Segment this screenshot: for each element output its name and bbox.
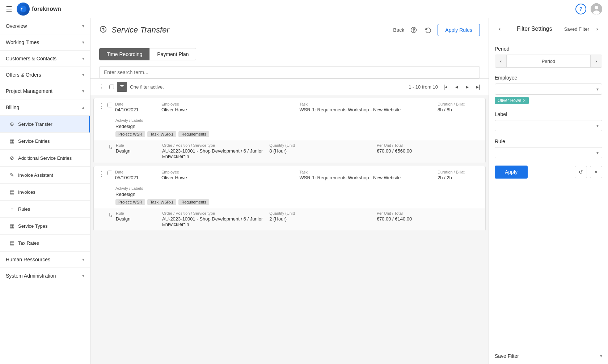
page-header: Service Transfer Back ? Apply Rules: [90, 18, 489, 42]
label-section: Label: [495, 111, 602, 131]
chevron-down-icon: ▾: [82, 257, 84, 262]
first-page-button[interactable]: |◂: [441, 82, 450, 91]
reset-button[interactable]: ↺: [575, 166, 587, 178]
sidebar-item-service-transfer[interactable]: ⊕ Service Transfer: [0, 116, 90, 133]
topbar: ☰ f foreknown ?: [0, 0, 608, 18]
chevron-down-icon: ▾: [82, 273, 84, 278]
clear-button[interactable]: ×: [590, 166, 602, 178]
sidebar-item-invoices[interactable]: ▤ Invoices: [0, 184, 90, 201]
svg-point-3: [595, 6, 598, 9]
svg-point-4: [593, 10, 600, 15]
employee-select[interactable]: [495, 83, 602, 95]
tab-payment-plan[interactable]: Payment Plan: [149, 48, 196, 60]
rule-fields: Rule Design Order / Position / Service t…: [116, 211, 481, 227]
rule-select-wrapper: [495, 147, 602, 158]
tab-time-recording[interactable]: Time Recording: [99, 48, 150, 60]
logo-icon: f: [17, 3, 30, 16]
app-logo: f foreknown: [17, 3, 61, 16]
rules-label: Rules: [18, 206, 30, 212]
prev-page-button[interactable]: ◂: [452, 82, 461, 91]
task-field: Task WSR-1: Requirements Workshop - New …: [300, 170, 435, 180]
sidebar-item-project-mgmt[interactable]: Project Management ▾: [0, 83, 90, 99]
record-checkbox[interactable]: [107, 103, 112, 107]
saved-filters-link[interactable]: Saved Filter: [564, 26, 589, 32]
apply-rules-button[interactable]: Apply Rules: [438, 24, 480, 36]
panel-header: ‹ Filter Settings Saved Filter ›: [489, 18, 608, 40]
label-select[interactable]: [495, 120, 602, 131]
customers-label: Customers & Contacts: [6, 56, 56, 61]
back-button[interactable]: Back: [393, 27, 404, 33]
refresh-button[interactable]: [423, 25, 433, 35]
last-page-button[interactable]: ▸|: [473, 82, 483, 91]
qty-field: Quantity (Unit) 8 (Hour): [269, 143, 373, 159]
period-prev-button[interactable]: ‹: [495, 55, 507, 67]
help-button[interactable]: ?: [575, 4, 586, 14]
row-more-button[interactable]: ⋮: [98, 171, 105, 177]
record-main-row: ⋮ Date 05/10/2021 Employee Oliver Howe: [94, 166, 485, 184]
order-field: Order / Position / Service type AU-2023-…: [162, 143, 266, 159]
record-fields: Date 05/10/2021 Employee Oliver Howe Tas…: [115, 170, 481, 180]
sidebar-item-additional-entries[interactable]: ⊘ Additional Service Entries: [0, 150, 90, 167]
selected-employee-name: Oliver Howe: [498, 98, 521, 103]
app-name: foreknown: [32, 6, 61, 12]
record-main-row: ⋮ Date 04/10/2021 Employee Oliver Howe: [94, 98, 485, 116]
pagination-buttons: |◂ ◂ ▸ ▸|: [441, 82, 483, 91]
help-icon-button[interactable]: ?: [409, 25, 419, 35]
qty-field: Quantity (Unit) 2 (Hour): [269, 211, 373, 227]
search-input[interactable]: [99, 66, 480, 78]
chevron-down-icon: ▾: [82, 89, 84, 94]
table-toolbar: ⋮ One filter active. 1 - 10 from 10 |◂ ◂…: [90, 79, 489, 95]
sidebar-item-human-resources[interactable]: Human Ressources ▾: [0, 252, 90, 268]
sidebar-item-rules[interactable]: ≡ Rules: [0, 201, 90, 218]
sidebar-item-working-times[interactable]: Working Times ▾: [0, 34, 90, 51]
sidebar-item-service-types[interactable]: ▦ Service Types: [0, 218, 90, 235]
rule-select[interactable]: [495, 147, 602, 158]
avatar[interactable]: [591, 3, 602, 15]
svg-text:?: ?: [413, 28, 415, 32]
service-entries-icon: ▦: [9, 138, 15, 144]
invoice-assistant-icon: ✎: [9, 172, 15, 178]
hamburger-icon[interactable]: ☰: [6, 5, 12, 13]
service-entries-label: Service Entries: [18, 138, 50, 144]
arrow-icon: ↳: [108, 144, 113, 151]
remove-employee-tag[interactable]: ×: [523, 98, 525, 103]
panel-prev-button[interactable]: ‹: [495, 24, 505, 34]
content-area: Service Transfer Back ? Apply Rules Time…: [90, 18, 489, 364]
filter-panel: ‹ Filter Settings Saved Filter › Period …: [489, 18, 608, 364]
additional-entries-label: Additional Service Entries: [18, 155, 72, 161]
service-types-icon: ▦: [9, 223, 15, 229]
sidebar-item-tax-rates[interactable]: ▤ Tax Rates: [0, 235, 90, 252]
period-label: Period: [495, 46, 602, 52]
tag-task: Task: WSR-1: [147, 199, 176, 205]
duration-field: Duration / Billat 8h / 8h: [438, 102, 481, 112]
record-fields: Date 04/10/2021 Employee Oliver Howe Tas…: [115, 102, 481, 112]
employee-field: Employee Oliver Howe: [161, 102, 297, 112]
sidebar-item-customers[interactable]: Customers & Contacts ▾: [0, 51, 90, 67]
rule-row: ↳ Rule Design Order / Position / Service…: [94, 140, 485, 163]
save-filter-row[interactable]: Save Filter ▾: [489, 348, 608, 364]
service-transfer-icon: ⊕: [9, 121, 15, 127]
filter-button[interactable]: [117, 82, 127, 92]
period-next-button[interactable]: ›: [590, 55, 602, 67]
row-more-button[interactable]: ⋮: [98, 103, 105, 109]
offers-label: Offers & Orders: [6, 72, 41, 78]
employee-section: Employee Oliver Howe ×: [495, 75, 602, 104]
record-checkbox[interactable]: [107, 171, 112, 175]
rule-row: ↳ Rule Design Order / Position / Service…: [94, 208, 485, 231]
next-page-button[interactable]: ▸: [463, 82, 472, 91]
order-field: Order / Position / Service type AU-2023-…: [162, 211, 266, 227]
more-options-button[interactable]: ⋮: [96, 82, 106, 92]
records-container: ⋮ Date 04/10/2021 Employee Oliver Howe: [90, 95, 489, 237]
select-all-checkbox[interactable]: [109, 85, 114, 89]
sidebar-item-billing[interactable]: Billing ▴: [0, 99, 90, 116]
sidebar-item-overview[interactable]: Overview ▾: [0, 18, 90, 34]
sidebar-item-service-entries[interactable]: ▦ Service Entries: [0, 133, 90, 150]
sidebar-item-offers[interactable]: Offers & Orders ▾: [0, 67, 90, 83]
rule-field: Rule Design: [116, 143, 159, 159]
sidebar-item-invoice-assistant[interactable]: ✎ Invoice Assistant: [0, 167, 90, 184]
sidebar-item-system-admin[interactable]: System Administration ▾: [0, 268, 90, 284]
apply-button[interactable]: Apply: [495, 166, 528, 179]
price-field: Per Unit / Total €70.00 / €560.00: [377, 143, 481, 159]
panel-next-button[interactable]: ›: [592, 24, 602, 34]
working-times-label: Working Times: [6, 39, 39, 45]
